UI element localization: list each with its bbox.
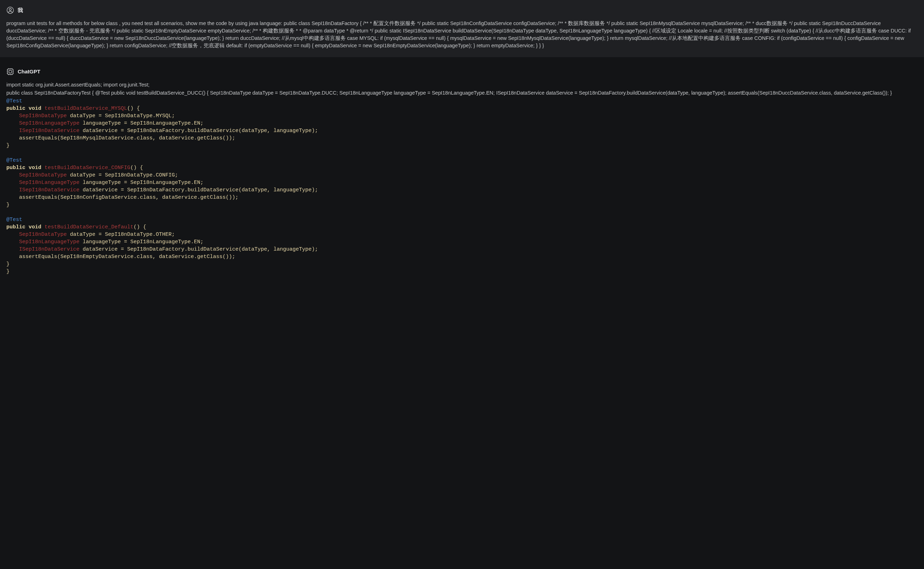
- svg-rect-2: [8, 69, 13, 75]
- assistant-paragraph-1: import static org.junit.Assert.assertEqu…: [6, 81, 918, 88]
- assistant-message-header: ChatGPT: [6, 68, 918, 76]
- code-token: @Test: [6, 217, 22, 223]
- code-token: assertEquals(SepI18nEmptyDataService.cla…: [19, 254, 235, 260]
- code-token: ISepI18nDataService: [19, 187, 79, 193]
- code-token: public: [6, 105, 26, 111]
- code-token: dataService = SepI18nDataFactory.buildDa…: [83, 128, 318, 134]
- code-token: public: [6, 224, 26, 230]
- svg-point-1: [9, 9, 11, 11]
- code-token: languageType = SepI18nLanguageType.EN;: [83, 239, 203, 245]
- assistant-avatar-icon: [6, 68, 14, 76]
- code-token: }: [6, 269, 9, 275]
- code-token: void: [29, 165, 41, 171]
- code-token: }: [6, 143, 9, 149]
- code-token: }: [6, 261, 9, 267]
- code-token: () {: [134, 224, 146, 230]
- code-token: assertEquals(SepI18nConfigDataService.cl…: [19, 195, 238, 201]
- code-token: void: [29, 105, 41, 111]
- code-token: }: [6, 202, 9, 208]
- code-token: dataService = SepI18nDataFactory.buildDa…: [83, 246, 318, 253]
- user-message-header: 我: [6, 6, 918, 14]
- code-token: ISepI18nDataService: [19, 128, 79, 134]
- assistant-message: ChatGPT import static org.junit.Assert.a…: [0, 57, 924, 283]
- code-token: @Test: [6, 98, 22, 104]
- code-token: () {: [130, 165, 143, 171]
- code-token: public: [6, 165, 26, 171]
- code-token: ISepI18nDataService: [19, 246, 79, 253]
- code-token: SepI18nDataType: [19, 231, 67, 237]
- code-token: SepI18nLanguageType: [19, 239, 79, 245]
- user-message-body: program unit tests for all methods for b…: [6, 20, 918, 49]
- code-token: void: [29, 224, 41, 230]
- code-token: assertEquals(SepI18nMysqlDataService.cla…: [19, 135, 235, 141]
- code-token: SepI18nDataType: [19, 113, 67, 119]
- code-token: testBuildDataService_Default: [44, 224, 134, 230]
- code-token: SepI18nLanguageType: [19, 120, 79, 126]
- code-token: testBuildDataService_MYSQL: [44, 105, 127, 111]
- user-name-label: 我: [18, 6, 23, 14]
- code-token: SepI18nDataType: [19, 172, 67, 178]
- user-avatar-icon: [6, 6, 14, 14]
- assistant-code-block: @Test public void testBuildDataService_M…: [6, 97, 918, 275]
- code-token: dataService = SepI18nDataFactory.buildDa…: [83, 187, 318, 193]
- code-token: languageType = SepI18nLanguageType.EN;: [83, 120, 203, 126]
- code-token: testBuildDataService_CONFIG: [44, 165, 130, 171]
- svg-rect-3: [9, 70, 11, 73]
- assistant-paragraph-2: public class SepI18nDataFactoryTest { @T…: [6, 89, 918, 97]
- code-token: dataType = SepI18nDataType.MYSQL;: [70, 113, 175, 119]
- assistant-name-label: ChatGPT: [18, 68, 40, 76]
- user-message: 我 program unit tests for all methods for…: [0, 0, 924, 57]
- code-token: languageType = SepI18nLanguageType.EN;: [83, 180, 203, 186]
- chat-page: 我 program unit tests for all methods for…: [0, 0, 924, 569]
- code-token: @Test: [6, 157, 22, 163]
- code-token: () {: [127, 105, 140, 111]
- code-token: dataType = SepI18nDataType.CONFIG;: [70, 172, 178, 178]
- code-token: SepI18nLanguageType: [19, 180, 79, 186]
- code-token: dataType = SepI18nDataType.OTHER;: [70, 231, 175, 237]
